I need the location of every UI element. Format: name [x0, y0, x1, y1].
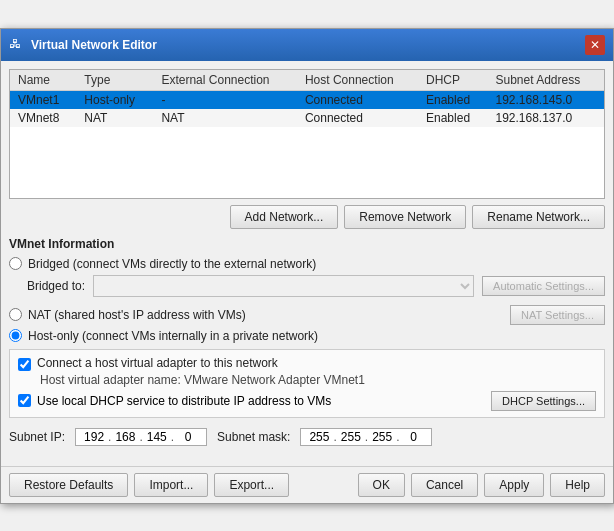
table-row[interactable]: VMnet8 NAT NAT Connected Enabled 192.168…	[10, 109, 604, 127]
help-button[interactable]: Help	[550, 473, 605, 497]
vmnet-info-label: VMnet Information	[9, 237, 605, 251]
mask-part-1[interactable]	[305, 430, 333, 444]
col-name: Name	[10, 70, 76, 91]
bridged-dropdown-row: Bridged to: Automatic Settings...	[27, 275, 605, 297]
col-subnet: Subnet Address	[487, 70, 604, 91]
window-title: Virtual Network Editor	[31, 38, 157, 52]
title-bar-left: 🖧 Virtual Network Editor	[9, 37, 157, 53]
ok-button[interactable]: OK	[358, 473, 405, 497]
row1-name: VMnet1	[10, 90, 76, 109]
connect-adapter-row: Connect a host virtual adapter to this n…	[18, 356, 596, 371]
row1-subnet: 192.168.145.0	[487, 90, 604, 109]
bottom-bar: Restore Defaults Import... Export... OK …	[1, 466, 613, 503]
row2-host: Connected	[297, 109, 418, 127]
col-type: Type	[76, 70, 153, 91]
row2-type: NAT	[76, 109, 153, 127]
table-row[interactable]: VMnet1 Host-only - Connected Enabled 192…	[10, 90, 604, 109]
row1-host: Connected	[297, 90, 418, 109]
subnet-mask-label: Subnet mask:	[217, 430, 290, 444]
use-dhcp-label: Use local DHCP service to distribute IP …	[37, 394, 331, 408]
title-bar: 🖧 Virtual Network Editor ✕	[1, 29, 613, 61]
subnet-ip-input: . . .	[75, 428, 207, 446]
row2-dhcp: Enabled	[418, 109, 487, 127]
adapter-name: Host virtual adapter name: VMware Networ…	[40, 373, 596, 387]
subnet-mask-input: . . .	[300, 428, 432, 446]
mask-part-2[interactable]	[337, 430, 365, 444]
network-table: Name Type External Connection Host Conne…	[10, 70, 604, 127]
add-network-button[interactable]: Add Network...	[230, 205, 339, 229]
restore-defaults-button[interactable]: Restore Defaults	[9, 473, 128, 497]
table-header-row: Name Type External Connection Host Conne…	[10, 70, 604, 91]
bottom-bar-right: OK Cancel Apply Help	[358, 473, 605, 497]
virtual-network-editor-window: 🖧 Virtual Network Editor ✕ Name Type Ext…	[0, 28, 614, 504]
subnet-ip-part-3[interactable]	[143, 430, 171, 444]
remove-network-button[interactable]: Remove Network	[344, 205, 466, 229]
window-icon: 🖧	[9, 37, 25, 53]
nat-radio[interactable]	[9, 308, 22, 321]
network-table-container: Name Type External Connection Host Conne…	[9, 69, 605, 199]
col-dhcp: DHCP	[418, 70, 487, 91]
bottom-bar-left: Restore Defaults Import... Export...	[9, 473, 289, 497]
dhcp-settings-button[interactable]: DHCP Settings...	[491, 391, 596, 411]
subnet-ip-label: Subnet IP:	[9, 430, 65, 444]
subnet-ip-part-1[interactable]	[80, 430, 108, 444]
connect-adapter-label: Connect a host virtual adapter to this n…	[37, 356, 278, 370]
bridged-radio[interactable]	[9, 257, 22, 270]
export-button[interactable]: Export...	[214, 473, 289, 497]
connect-adapter-checkbox[interactable]	[18, 358, 31, 371]
vmnet-info-section: VMnet Information Bridged (connect VMs d…	[9, 237, 605, 450]
hostonly-label: Host-only (connect VMs internally in a p…	[28, 329, 318, 343]
nat-label: NAT (shared host's IP address with VMs)	[28, 308, 246, 322]
apply-button[interactable]: Apply	[484, 473, 544, 497]
connection-type-group: Bridged (connect VMs directly to the ext…	[9, 257, 605, 343]
rename-network-button[interactable]: Rename Network...	[472, 205, 605, 229]
row2-subnet: 192.168.137.0	[487, 109, 604, 127]
cancel-button[interactable]: Cancel	[411, 473, 478, 497]
hostonly-radio-row: Host-only (connect VMs internally in a p…	[9, 329, 605, 343]
adapter-options-section: Connect a host virtual adapter to this n…	[9, 349, 605, 418]
row1-type: Host-only	[76, 90, 153, 109]
row1-external: -	[153, 90, 296, 109]
mask-part-3[interactable]	[368, 430, 396, 444]
network-action-buttons: Add Network... Remove Network Rename Net…	[9, 205, 605, 229]
main-content: Name Type External Connection Host Conne…	[1, 61, 613, 466]
row2-name: VMnet8	[10, 109, 76, 127]
subnet-row: Subnet IP: . . . Subnet mask: . .	[9, 424, 605, 450]
row1-dhcp: Enabled	[418, 90, 487, 109]
nat-radio-row: NAT (shared host's IP address with VMs) …	[9, 305, 605, 325]
subnet-ip-part-2[interactable]	[111, 430, 139, 444]
automatic-settings-button[interactable]: Automatic Settings...	[482, 276, 605, 296]
col-external: External Connection	[153, 70, 296, 91]
bridged-radio-row: Bridged (connect VMs directly to the ext…	[9, 257, 605, 271]
row2-external: NAT	[153, 109, 296, 127]
bridged-to-label: Bridged to:	[27, 279, 85, 293]
import-button[interactable]: Import...	[134, 473, 208, 497]
bridged-label: Bridged (connect VMs directly to the ext…	[28, 257, 316, 271]
use-dhcp-checkbox[interactable]	[18, 394, 31, 407]
subnet-ip-part-4[interactable]	[174, 430, 202, 444]
close-button[interactable]: ✕	[585, 35, 605, 55]
bridged-to-dropdown[interactable]	[93, 275, 474, 297]
dhcp-row: Use local DHCP service to distribute IP …	[18, 391, 596, 411]
dhcp-left: Use local DHCP service to distribute IP …	[18, 394, 331, 408]
hostonly-radio[interactable]	[9, 329, 22, 342]
col-host: Host Connection	[297, 70, 418, 91]
nat-settings-button[interactable]: NAT Settings...	[510, 305, 605, 325]
mask-part-4[interactable]	[399, 430, 427, 444]
